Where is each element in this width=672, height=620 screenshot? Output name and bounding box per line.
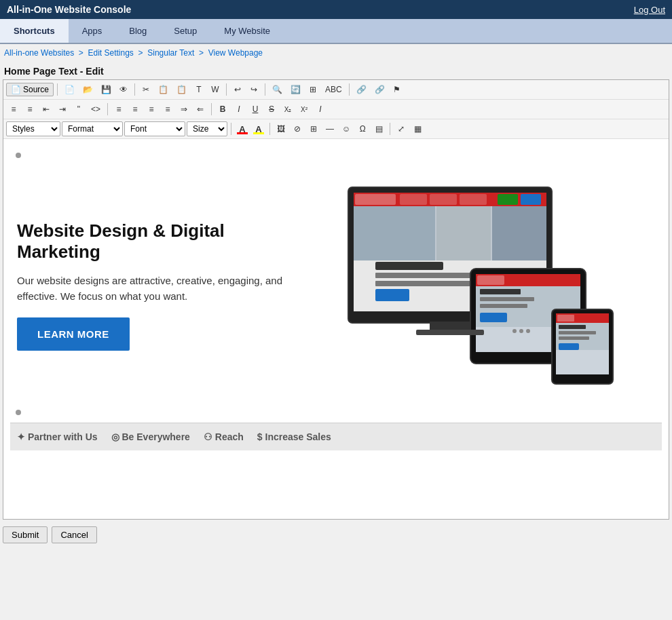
image-button[interactable]: 🖼 xyxy=(274,121,288,136)
align-justify-button[interactable]: ≡ xyxy=(160,102,175,117)
anchor-button[interactable]: ⚑ xyxy=(390,82,405,97)
svg-rect-35 xyxy=(559,331,596,334)
main-content: All-in-one Websites > Edit Settings > Si… xyxy=(0,44,672,546)
unordered-list-button[interactable]: ≡ xyxy=(22,102,37,117)
site-heading: Website Design & Digital Marketing xyxy=(17,220,304,263)
breadcrumb-link-2[interactable]: Edit Settings xyxy=(88,48,134,58)
text-color-button[interactable]: A xyxy=(235,121,250,136)
separator-6 xyxy=(107,103,108,115)
svg-rect-34 xyxy=(559,325,586,329)
remove-format-button[interactable]: I xyxy=(313,102,328,117)
svg-rect-7 xyxy=(498,194,518,205)
flash-button[interactable]: ⊘ xyxy=(290,121,305,136)
underline-button[interactable]: U xyxy=(248,102,263,117)
special-char-button[interactable]: Ω xyxy=(355,121,370,136)
decrease-indent-button[interactable]: ⇤ xyxy=(39,102,54,117)
align-left-button[interactable]: ≡ xyxy=(111,102,126,117)
bg-color-button[interactable]: A xyxy=(251,121,266,136)
spell-check-button[interactable]: ABC xyxy=(322,82,346,97)
styles-dropdown[interactable]: Styles xyxy=(6,121,60,136)
unlink-button[interactable]: 🔗 xyxy=(371,82,388,97)
source-button[interactable]: 📄 Source xyxy=(6,83,54,96)
table-button[interactable]: ⊞ xyxy=(306,121,321,136)
site-image-col xyxy=(318,180,637,391)
cancel-button[interactable]: Cancel xyxy=(52,526,96,543)
svg-rect-6 xyxy=(460,194,487,205)
superscript-button[interactable]: X² xyxy=(297,102,312,117)
redo-button[interactable]: ↪ xyxy=(246,82,261,97)
align-center-button[interactable]: ≡ xyxy=(128,102,143,117)
breadcrumb-link-3[interactable]: Singular Text xyxy=(147,48,194,58)
find-button[interactable]: 🔍 xyxy=(269,82,286,97)
paste-button[interactable]: 📋 xyxy=(173,82,190,97)
nav-apps[interactable]: Apps xyxy=(69,19,116,43)
paste-text-button[interactable]: T xyxy=(191,82,206,97)
iframe-button[interactable]: ▤ xyxy=(371,121,386,136)
site-preview: Website Design & Digital Marketing Our w… xyxy=(10,146,662,512)
nav-setup[interactable]: Setup xyxy=(160,19,210,43)
cut-button[interactable]: ✂ xyxy=(138,82,153,97)
separator-8 xyxy=(231,123,231,135)
svg-rect-3 xyxy=(355,194,396,205)
undo-button[interactable]: ↩ xyxy=(230,82,245,97)
submit-button[interactable]: Submit xyxy=(3,526,48,543)
text-color-bar xyxy=(237,132,248,134)
copy-button[interactable]: 📋 xyxy=(155,82,172,97)
strikethrough-button[interactable]: S xyxy=(264,102,279,117)
svg-rect-25 xyxy=(480,313,507,322)
svg-point-28 xyxy=(526,329,530,333)
show-blocks-button[interactable]: ▦ xyxy=(410,121,425,136)
rtl-button[interactable]: ⇐ xyxy=(193,102,208,117)
svg-rect-38 xyxy=(430,322,470,330)
nav-blog[interactable]: Blog xyxy=(115,19,160,43)
paste-word-button[interactable]: W xyxy=(208,82,223,97)
bullet-top xyxy=(10,146,662,167)
save-button[interactable]: 💾 xyxy=(98,82,115,97)
font-dropdown[interactable]: Font xyxy=(124,121,185,136)
replace-button[interactable]: 🔄 xyxy=(287,82,304,97)
ltr-button[interactable]: ⇒ xyxy=(176,102,191,117)
dot-top xyxy=(16,153,21,158)
main-nav: Shortcuts Apps Blog Setup My Website xyxy=(0,19,672,44)
logout-button[interactable]: Log Out xyxy=(634,5,665,15)
subscript-button[interactable]: X₂ xyxy=(280,102,295,117)
separator-2 xyxy=(134,83,135,96)
nav-mywebsite[interactable]: My Website xyxy=(210,19,284,43)
svg-point-27 xyxy=(519,329,523,333)
bottom-item-2: ◎ Be Everywhere xyxy=(111,431,190,442)
maximize-button[interactable]: ⤢ xyxy=(394,121,409,136)
select-all-button[interactable]: ⊞ xyxy=(305,82,320,97)
separator-7 xyxy=(211,103,212,115)
breadcrumb: All-in-one Websites > Edit Settings > Si… xyxy=(3,44,669,62)
site-body-text: Our website designs are attractive, crea… xyxy=(17,273,304,304)
ordered-list-button[interactable]: ≡ xyxy=(6,102,21,117)
size-dropdown[interactable]: Size xyxy=(187,121,227,136)
breadcrumb-link-4[interactable]: View Webpage xyxy=(208,48,263,58)
svg-rect-32 xyxy=(557,315,574,322)
open-button[interactable]: 📂 xyxy=(79,82,96,97)
align-right-button[interactable]: ≡ xyxy=(144,102,159,117)
italic-button[interactable]: I xyxy=(231,102,246,117)
svg-rect-8 xyxy=(521,194,541,205)
bottom-item-1: ✦ Partner with Us xyxy=(17,431,98,442)
format-dropdown[interactable]: Format xyxy=(62,121,123,136)
editor-content[interactable]: Website Design & Digital Marketing Our w… xyxy=(3,139,669,519)
new-doc-button[interactable]: 📄 xyxy=(61,82,78,97)
div-button[interactable]: <> xyxy=(88,102,104,117)
hr-button[interactable]: — xyxy=(322,121,337,136)
nav-shortcuts[interactable]: Shortcuts xyxy=(0,19,69,43)
svg-rect-11 xyxy=(436,206,491,260)
svg-rect-36 xyxy=(559,336,589,340)
bg-color-bar xyxy=(253,132,264,134)
blockquote-button[interactable]: " xyxy=(71,102,86,117)
bold-button[interactable]: B xyxy=(215,102,230,117)
separator-9 xyxy=(269,123,270,135)
link-button[interactable]: 🔗 xyxy=(353,82,370,97)
learn-more-button[interactable]: LEARN MORE xyxy=(17,317,130,351)
emoji-button[interactable]: ☺ xyxy=(339,121,354,136)
bottom-item-4: $ Increase Sales xyxy=(257,431,331,442)
toolbar-row-1: 📄 Source 📄 📂 💾 👁 ✂ 📋 📋 T W ↩ ↪ 🔍 🔄 ⊞ ABC… xyxy=(3,80,669,100)
increase-indent-button[interactable]: ⇥ xyxy=(55,102,70,117)
breadcrumb-link-1[interactable]: All-in-one Websites xyxy=(4,48,74,58)
preview-button[interactable]: 👁 xyxy=(116,82,131,97)
